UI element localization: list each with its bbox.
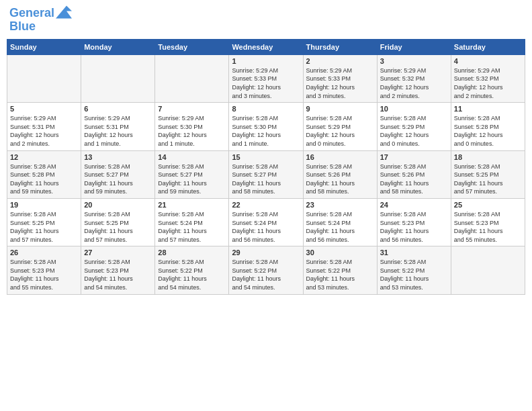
logo-blue: Blue bbox=[9, 19, 36, 33]
day-info: Sunrise: 5:29 AM Sunset: 5:33 PM Dayligh… bbox=[306, 66, 374, 100]
calendar-cell: 19Sunrise: 5:28 AM Sunset: 5:25 PM Dayli… bbox=[7, 198, 81, 246]
day-info: Sunrise: 5:28 AM Sunset: 5:29 PM Dayligh… bbox=[306, 114, 374, 148]
day-info: Sunrise: 5:28 AM Sunset: 5:29 PM Dayligh… bbox=[380, 114, 448, 148]
calendar-cell: 31Sunrise: 5:28 AM Sunset: 5:22 PM Dayli… bbox=[377, 246, 451, 294]
day-number: 10 bbox=[380, 105, 448, 113]
day-info: Sunrise: 5:28 AM Sunset: 5:28 PM Dayligh… bbox=[10, 163, 78, 196]
calendar-cell: 4Sunrise: 5:29 AM Sunset: 5:32 PM Daylig… bbox=[451, 54, 525, 102]
day-info: Sunrise: 5:28 AM Sunset: 5:30 PM Dayligh… bbox=[232, 114, 300, 148]
day-number: 5 bbox=[10, 105, 78, 113]
day-info: Sunrise: 5:28 AM Sunset: 5:23 PM Dayligh… bbox=[10, 258, 78, 291]
day-number: 9 bbox=[306, 105, 374, 113]
day-number: 8 bbox=[232, 105, 300, 113]
day-number: 14 bbox=[158, 153, 226, 161]
calendar-week-row: 12Sunrise: 5:28 AM Sunset: 5:28 PM Dayli… bbox=[7, 150, 525, 198]
weekday-header: Wednesday bbox=[229, 39, 303, 54]
day-number: 25 bbox=[454, 201, 522, 209]
weekday-header: Tuesday bbox=[155, 39, 229, 54]
calendar-week-row: 5Sunrise: 5:29 AM Sunset: 5:31 PM Daylig… bbox=[7, 103, 525, 150]
calendar-cell: 8Sunrise: 5:28 AM Sunset: 5:30 PM Daylig… bbox=[229, 103, 303, 150]
calendar-cell: 20Sunrise: 5:28 AM Sunset: 5:25 PM Dayli… bbox=[81, 198, 155, 246]
svg-marker-0 bbox=[56, 5, 72, 18]
calendar-cell: 17Sunrise: 5:28 AM Sunset: 5:26 PM Dayli… bbox=[377, 150, 451, 198]
day-info: Sunrise: 5:28 AM Sunset: 5:28 PM Dayligh… bbox=[454, 114, 522, 148]
calendar-cell bbox=[7, 54, 81, 102]
calendar-cell: 1Sunrise: 5:29 AM Sunset: 5:33 PM Daylig… bbox=[229, 54, 303, 102]
calendar-cell bbox=[451, 246, 525, 294]
calendar-cell: 26Sunrise: 5:28 AM Sunset: 5:23 PM Dayli… bbox=[7, 246, 81, 294]
day-number: 19 bbox=[10, 201, 78, 209]
day-info: Sunrise: 5:28 AM Sunset: 5:25 PM Dayligh… bbox=[84, 210, 152, 244]
day-info: Sunrise: 5:28 AM Sunset: 5:23 PM Dayligh… bbox=[454, 210, 522, 244]
day-number: 18 bbox=[454, 153, 522, 161]
day-number: 3 bbox=[380, 57, 448, 65]
calendar-cell: 12Sunrise: 5:28 AM Sunset: 5:28 PM Dayli… bbox=[7, 150, 81, 198]
page: General Blue SundayMondayTuesdayWednesda… bbox=[0, 0, 532, 411]
day-number: 16 bbox=[306, 153, 374, 161]
weekday-header: Friday bbox=[377, 39, 451, 54]
weekday-header: Monday bbox=[81, 39, 155, 54]
weekday-header: Sunday bbox=[7, 39, 81, 54]
day-info: Sunrise: 5:28 AM Sunset: 5:22 PM Dayligh… bbox=[158, 258, 226, 291]
day-info: Sunrise: 5:28 AM Sunset: 5:24 PM Dayligh… bbox=[158, 210, 226, 244]
calendar-cell: 15Sunrise: 5:28 AM Sunset: 5:27 PM Dayli… bbox=[229, 150, 303, 198]
calendar-cell: 29Sunrise: 5:28 AM Sunset: 5:22 PM Dayli… bbox=[229, 246, 303, 294]
calendar-cell: 23Sunrise: 5:28 AM Sunset: 5:24 PM Dayli… bbox=[303, 198, 377, 246]
logo-icon bbox=[56, 5, 72, 19]
day-info: Sunrise: 5:29 AM Sunset: 5:32 PM Dayligh… bbox=[454, 66, 522, 100]
day-number: 2 bbox=[306, 57, 374, 65]
day-info: Sunrise: 5:28 AM Sunset: 5:27 PM Dayligh… bbox=[232, 163, 300, 196]
day-number: 11 bbox=[454, 105, 522, 113]
day-info: Sunrise: 5:28 AM Sunset: 5:24 PM Dayligh… bbox=[306, 210, 374, 244]
day-info: Sunrise: 5:28 AM Sunset: 5:23 PM Dayligh… bbox=[84, 258, 152, 291]
day-number: 17 bbox=[380, 153, 448, 161]
day-number: 20 bbox=[84, 201, 152, 209]
header: General Blue bbox=[7, 7, 525, 34]
calendar-table: SundayMondayTuesdayWednesdayThursdayFrid… bbox=[7, 39, 525, 295]
weekday-header: Thursday bbox=[303, 39, 377, 54]
calendar-cell: 5Sunrise: 5:29 AM Sunset: 5:31 PM Daylig… bbox=[7, 103, 81, 150]
day-info: Sunrise: 5:29 AM Sunset: 5:32 PM Dayligh… bbox=[380, 66, 448, 100]
calendar-week-row: 19Sunrise: 5:28 AM Sunset: 5:25 PM Dayli… bbox=[7, 198, 525, 246]
day-number: 24 bbox=[380, 201, 448, 209]
calendar-cell: 2Sunrise: 5:29 AM Sunset: 5:33 PM Daylig… bbox=[303, 54, 377, 102]
day-number: 26 bbox=[10, 248, 78, 257]
day-info: Sunrise: 5:29 AM Sunset: 5:31 PM Dayligh… bbox=[10, 114, 78, 148]
day-number: 13 bbox=[84, 153, 152, 161]
day-number: 31 bbox=[380, 248, 448, 257]
day-info: Sunrise: 5:28 AM Sunset: 5:23 PM Dayligh… bbox=[380, 210, 448, 244]
calendar-cell: 25Sunrise: 5:28 AM Sunset: 5:23 PM Dayli… bbox=[451, 198, 525, 246]
calendar-cell: 10Sunrise: 5:28 AM Sunset: 5:29 PM Dayli… bbox=[377, 103, 451, 150]
day-info: Sunrise: 5:28 AM Sunset: 5:26 PM Dayligh… bbox=[306, 163, 374, 196]
day-info: Sunrise: 5:28 AM Sunset: 5:22 PM Dayligh… bbox=[380, 258, 448, 291]
logo-general: General bbox=[9, 6, 54, 19]
calendar-cell bbox=[155, 54, 229, 102]
day-number: 1 bbox=[232, 57, 300, 65]
calendar-cell: 22Sunrise: 5:28 AM Sunset: 5:24 PM Dayli… bbox=[229, 198, 303, 246]
calendar-cell: 6Sunrise: 5:29 AM Sunset: 5:31 PM Daylig… bbox=[81, 103, 155, 150]
calendar-cell: 7Sunrise: 5:29 AM Sunset: 5:30 PM Daylig… bbox=[155, 103, 229, 150]
calendar-cell: 9Sunrise: 5:28 AM Sunset: 5:29 PM Daylig… bbox=[303, 103, 377, 150]
day-number: 29 bbox=[232, 248, 300, 257]
weekday-header: Saturday bbox=[451, 39, 525, 54]
day-info: Sunrise: 5:28 AM Sunset: 5:24 PM Dayligh… bbox=[232, 210, 300, 244]
calendar-cell bbox=[81, 54, 155, 102]
day-number: 15 bbox=[232, 153, 300, 161]
day-number: 23 bbox=[306, 201, 374, 209]
logo-text: General bbox=[9, 7, 54, 20]
day-number: 12 bbox=[10, 153, 78, 161]
calendar-cell: 14Sunrise: 5:28 AM Sunset: 5:27 PM Dayli… bbox=[155, 150, 229, 198]
day-info: Sunrise: 5:29 AM Sunset: 5:30 PM Dayligh… bbox=[158, 114, 226, 148]
day-info: Sunrise: 5:28 AM Sunset: 5:26 PM Dayligh… bbox=[380, 163, 448, 196]
calendar-week-row: 26Sunrise: 5:28 AM Sunset: 5:23 PM Dayli… bbox=[7, 246, 525, 294]
day-number: 27 bbox=[84, 248, 152, 257]
calendar-header-row: SundayMondayTuesdayWednesdayThursdayFrid… bbox=[7, 39, 525, 54]
calendar-cell: 16Sunrise: 5:28 AM Sunset: 5:26 PM Dayli… bbox=[303, 150, 377, 198]
day-info: Sunrise: 5:28 AM Sunset: 5:25 PM Dayligh… bbox=[454, 163, 522, 196]
calendar-week-row: 1Sunrise: 5:29 AM Sunset: 5:33 PM Daylig… bbox=[7, 54, 525, 102]
day-info: Sunrise: 5:28 AM Sunset: 5:27 PM Dayligh… bbox=[84, 163, 152, 196]
calendar-cell: 11Sunrise: 5:28 AM Sunset: 5:28 PM Dayli… bbox=[451, 103, 525, 150]
day-number: 28 bbox=[158, 248, 226, 257]
day-info: Sunrise: 5:28 AM Sunset: 5:22 PM Dayligh… bbox=[232, 258, 300, 291]
calendar-cell: 18Sunrise: 5:28 AM Sunset: 5:25 PM Dayli… bbox=[451, 150, 525, 198]
